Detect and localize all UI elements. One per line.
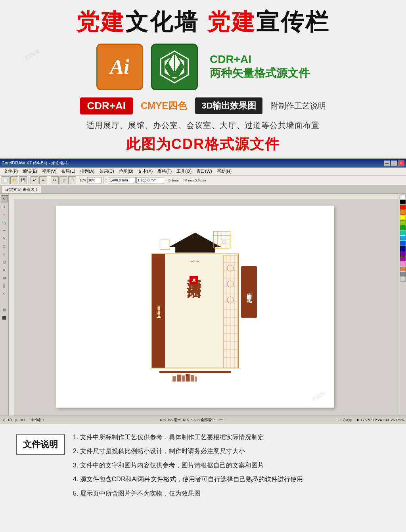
tb-open[interactable]: 📂 bbox=[10, 176, 18, 184]
status-right: □ ◇×光 ■ C:5 M:0 V:24.100 .250 mm bbox=[338, 418, 404, 423]
canvas-area: 廉洁正气扬威名 廉洁乘风吹大地 ☁ 〜〜 清正廉洁 bbox=[9, 194, 399, 416]
tb-new[interactable]: 📄 bbox=[2, 176, 10, 184]
height-input[interactable] bbox=[136, 177, 164, 183]
swatch-brown[interactable] bbox=[400, 267, 406, 271]
tool-freehand[interactable]: ✏ bbox=[1, 227, 8, 234]
tb-paste[interactable]: 📋 bbox=[68, 176, 76, 184]
tool-text[interactable]: A bbox=[1, 267, 8, 274]
color-panel bbox=[399, 194, 406, 416]
swatch-teal[interactable] bbox=[400, 231, 406, 235]
swatch-green[interactable] bbox=[400, 225, 406, 230]
tb-undo[interactable]: ↩ bbox=[31, 176, 38, 184]
title-propa: 宣传栏 bbox=[256, 9, 330, 34]
tag-cdrai: CDR+AI bbox=[80, 97, 133, 114]
zoom-label: 16% bbox=[80, 178, 86, 182]
swatch-yellow[interactable] bbox=[400, 215, 406, 220]
ruler-horizontal bbox=[9, 194, 399, 199]
close-button[interactable]: × bbox=[398, 160, 404, 166]
tool-crop[interactable]: ⊹ bbox=[1, 211, 8, 218]
tool-fill[interactable]: ▧ bbox=[1, 306, 8, 313]
zoom-indicator: □ bbox=[338, 418, 340, 422]
tool-rect[interactable]: □ bbox=[1, 243, 8, 250]
workspace: ↖ ▷ ⊹ 🔍 ✏ ⤷ □ ○ ⬡ A ⊞ ∥ ⤡ ↔ ▧ ⬛ bbox=[0, 194, 406, 416]
left-text2: 廉洁乘风吹大地 bbox=[157, 308, 161, 311]
tool-parallel[interactable]: ∥ bbox=[1, 282, 8, 290]
tb-cut[interactable]: ✂ bbox=[51, 176, 59, 184]
note-5: 5. 展示页中所含图片并不为实物，仅为效果图 bbox=[73, 488, 390, 499]
card-body: 廉洁正气扬威名 廉洁乘风吹大地 ☁ 〜〜 清正廉洁 bbox=[151, 254, 239, 368]
svg-rect-38 bbox=[182, 376, 185, 382]
tab-document[interactable]: 设定文采 未命名-1 bbox=[2, 186, 41, 193]
menu-view[interactable]: 视图(V) bbox=[40, 168, 59, 174]
side-label-text: 廉政文化 bbox=[245, 289, 253, 295]
swatch-cyan[interactable] bbox=[400, 236, 406, 240]
zoom-input[interactable] bbox=[87, 177, 102, 183]
tool-ellipse[interactable]: ○ bbox=[1, 251, 8, 258]
card-left-strip: 廉洁正气扬威名 廉洁乘风吹大地 ☁ bbox=[152, 254, 165, 368]
swatch-magenta[interactable] bbox=[400, 256, 406, 261]
note-2: 2. 文件尺寸是投稿比例缩小设计，制作时请务必注意尺寸大小 bbox=[73, 446, 390, 456]
menu-table[interactable]: 表格(T) bbox=[155, 168, 174, 174]
main-text: 清正廉洁 bbox=[187, 267, 201, 273]
swatch-lime[interactable] bbox=[400, 220, 406, 225]
swatch-darkblue[interactable] bbox=[400, 246, 406, 251]
svg-rect-14 bbox=[160, 240, 170, 250]
swatch-orange[interactable] bbox=[400, 210, 406, 215]
tool-select[interactable]: ↖ bbox=[1, 195, 8, 202]
tab-unnamed2: 未命名-1 bbox=[23, 187, 38, 193]
tool-shape[interactable]: ▷ bbox=[1, 203, 8, 210]
menu-effect[interactable]: 效果(C) bbox=[98, 168, 116, 174]
format-line1: CDR+AI bbox=[210, 53, 251, 66]
tb-redo[interactable]: ↪ bbox=[39, 176, 47, 184]
side-label: 廉政文化 bbox=[241, 266, 257, 318]
svg-rect-37 bbox=[177, 375, 181, 382]
tool-measure[interactable]: ↔ bbox=[1, 298, 8, 305]
tool-polygon[interactable]: ⬡ bbox=[1, 259, 8, 266]
swatch-lightgray[interactable] bbox=[400, 277, 406, 282]
top-section: 包图网 党建文化墙 党建宣传栏 Ai CDR+AI 两种矢量格式源文件 bbox=[0, 0, 406, 158]
menu-tools[interactable]: 工具(O) bbox=[174, 168, 193, 174]
tool-smartdraw[interactable]: ⤷ bbox=[1, 235, 8, 242]
bottom-section: 文件说明 1. 文件中所标制作工艺仅供参考，具体制作工艺要根据实际情况制定 2.… bbox=[0, 424, 406, 511]
swatch-red[interactable] bbox=[400, 205, 406, 210]
toolbar-sep3 bbox=[78, 177, 78, 184]
menu-layout[interactable]: 布局(L) bbox=[59, 168, 77, 174]
tool-connector[interactable]: ⤡ bbox=[1, 290, 8, 297]
swatch-black[interactable] bbox=[400, 200, 406, 204]
swatch-white[interactable] bbox=[400, 194, 406, 199]
left-text: 廉洁正气扬威名 bbox=[157, 303, 161, 306]
tool-table[interactable]: ⊞ bbox=[1, 275, 8, 282]
menu-help[interactable]: 帮助(H) bbox=[215, 168, 234, 174]
window-title: CorelDRAW X7 (64-Bit) - 未命名-1 bbox=[2, 160, 68, 166]
window-buttons: — □ × bbox=[384, 160, 404, 166]
minimize-button[interactable]: — bbox=[384, 160, 390, 166]
menu-file[interactable]: 文件(F) bbox=[2, 168, 20, 174]
width-input[interactable] bbox=[108, 177, 136, 183]
subtitle: 适用展厅、展馆、办公室、会议室、大厅、过道等公共墙面布置 bbox=[16, 120, 390, 131]
swatch-gray[interactable] bbox=[400, 272, 406, 276]
menu-arrange[interactable]: 排列(A) bbox=[78, 168, 97, 174]
size-label: □ bbox=[105, 178, 107, 182]
menu-bitmap[interactable]: 位图(B) bbox=[117, 168, 136, 174]
swatch-pink[interactable] bbox=[400, 261, 406, 266]
tool-color[interactable]: ⬛ bbox=[1, 314, 8, 321]
format-line2: 两种矢量格式源文件 bbox=[210, 66, 310, 81]
swatch-blue[interactable] bbox=[400, 241, 406, 246]
tab-bar: 设定文采 未命名-1 bbox=[0, 186, 406, 194]
svg-rect-36 bbox=[172, 376, 176, 381]
tb-save[interactable]: 💾 bbox=[19, 176, 27, 184]
menu-edit[interactable]: 编辑(E) bbox=[21, 168, 39, 174]
tool-zoom[interactable]: 🔍 bbox=[1, 219, 8, 226]
canvas-white[interactable]: 廉洁正气扬威名 廉洁乘风吹大地 ☁ 〜〜 清正廉洁 bbox=[56, 206, 334, 408]
cdr-window: CorelDRAW X7 (64-Bit) - 未命名-1 — □ × 文件(F… bbox=[0, 158, 406, 424]
main-title: 党建文化墙 党建宣传栏 bbox=[16, 8, 390, 36]
page-add[interactable]: ⊕1 bbox=[20, 418, 25, 422]
card-middle: 〜〜 清正廉洁 廉 bbox=[165, 254, 223, 368]
note-3: 3. 文件中的文字和图片内容仅供参考，图片请根据自己的文案和图片 bbox=[73, 460, 390, 471]
maximize-button[interactable]: □ bbox=[391, 160, 397, 166]
menu-window[interactable]: 窗口(W) bbox=[194, 168, 214, 174]
tb-copy[interactable]: ⎘ bbox=[59, 176, 67, 184]
menu-text[interactable]: 文本(X) bbox=[136, 168, 155, 174]
notes-list: 1. 文件中所标制作工艺仅供参考，具体制作工艺要根据实际情况制定 2. 文件尺寸… bbox=[73, 432, 390, 503]
swatch-purple[interactable] bbox=[400, 251, 406, 256]
